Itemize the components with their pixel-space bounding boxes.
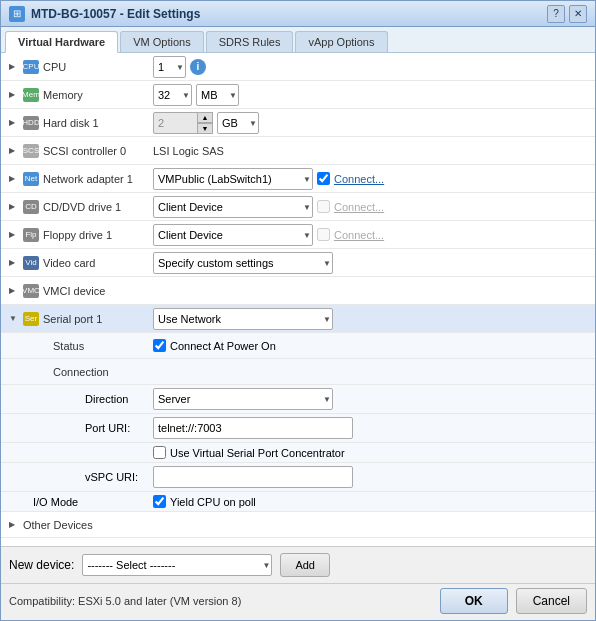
harddisk-unit-select[interactable]: GB TB: [217, 112, 259, 134]
memory-select[interactable]: 32: [153, 84, 192, 106]
floppy-connect-button[interactable]: Connect...: [334, 229, 384, 241]
harddisk-spin-down[interactable]: ▼: [197, 123, 213, 134]
harddisk-unit-wrapper: GB TB ▼: [217, 112, 259, 134]
network-adapter-select-wrapper: VMPublic (LabSwitch1) ▼: [153, 168, 313, 190]
serial-yield-checkbox[interactable]: [153, 495, 166, 508]
serial-port-expand-arrow[interactable]: ▼: [9, 314, 19, 324]
floppy-label: ▶ Flp Floppy drive 1: [5, 228, 153, 242]
cpu-info-icon[interactable]: i: [190, 59, 206, 75]
scsi-expand-arrow[interactable]: ▶: [9, 146, 19, 156]
harddisk-spinner-btns: ▲ ▼: [197, 112, 213, 134]
vmci-expand-arrow[interactable]: ▶: [9, 286, 19, 296]
videocard-expand-arrow[interactable]: ▶: [9, 258, 19, 268]
videocard-controls: Specify custom settings ▼: [153, 252, 591, 274]
title-bar: ⊞ MTD-BG-10057 - Edit Settings ? ✕: [1, 1, 595, 27]
memory-expand-arrow[interactable]: ▶: [9, 90, 19, 100]
floppy-expand-arrow[interactable]: ▶: [9, 230, 19, 240]
videocard-row: ▶ Vid Video card Specify custom settings…: [1, 249, 595, 277]
compatibility-text: Compatibility: ESXi 5.0 and later (VM ve…: [9, 595, 241, 607]
network-adapter-label-text: Network adapter 1: [43, 173, 133, 185]
harddisk-icon: HDD: [23, 116, 39, 130]
help-button[interactable]: ?: [547, 5, 565, 23]
tab-virtual-hardware[interactable]: Virtual Hardware: [5, 31, 118, 53]
serial-connect-text: Connect At Power On: [170, 340, 276, 352]
close-button[interactable]: ✕: [569, 5, 587, 23]
memory-unit-select[interactable]: MB GB: [196, 84, 239, 106]
window-icon: ⊞: [9, 6, 25, 22]
serial-port-uri-label: Port URI:: [5, 422, 153, 434]
other-devices-expand-arrow[interactable]: ▶: [9, 520, 19, 530]
network-adapter-expand-arrow[interactable]: ▶: [9, 174, 19, 184]
cpu-expand-arrow[interactable]: ▶: [9, 62, 19, 72]
new-device-row: New device: ------- Select ------- ▼ Add: [1, 547, 595, 584]
cpu-icon: CPU: [23, 60, 39, 74]
memory-unit-wrapper: MB GB ▼: [196, 84, 239, 106]
tab-vapp-options[interactable]: vApp Options: [295, 31, 387, 52]
serial-port-row: ▼ Ser Serial port 1 Use Network ▼: [1, 305, 595, 333]
harddisk-label: ▶ HDD Hard disk 1: [5, 116, 153, 130]
cddvd-label-text: CD/DVD drive 1: [43, 201, 121, 213]
cpu-label: ▶ CPU CPU: [5, 60, 153, 74]
serial-connect-checkbox[interactable]: [153, 339, 166, 352]
serial-vspc-uri-input[interactable]: [153, 466, 353, 488]
action-buttons: OK Cancel: [440, 588, 587, 614]
serial-yield-checkbox-label: Yield CPU on poll: [153, 495, 591, 508]
scsi-value: LSI Logic SAS: [153, 145, 224, 157]
network-adapter-connect-checkbox[interactable]: [317, 172, 330, 185]
vmci-row: ▶ VMC VMCI device: [1, 277, 595, 305]
videocard-label: ▶ Vid Video card: [5, 256, 153, 270]
serial-port-uri-input[interactable]: [153, 417, 353, 439]
serial-status-row: Status Connect At Power On: [1, 333, 595, 359]
footer-bar: Compatibility: ESXi 5.0 and later (VM ve…: [1, 584, 595, 620]
network-adapter-select[interactable]: VMPublic (LabSwitch1): [153, 168, 313, 190]
videocard-select[interactable]: Specify custom settings: [153, 252, 333, 274]
floppy-connect-checkbox[interactable]: [317, 228, 330, 241]
scsi-label: ▶ SCS SCSI controller 0: [5, 144, 153, 158]
cddvd-connect-button[interactable]: Connect...: [334, 201, 384, 213]
title-bar-right: ? ✕: [547, 5, 587, 23]
serial-direction-select[interactable]: Server Client: [153, 388, 333, 410]
cancel-button[interactable]: Cancel: [516, 588, 587, 614]
add-button[interactable]: Add: [280, 553, 330, 577]
harddisk-spin-up[interactable]: ▲: [197, 112, 213, 123]
cddvd-controls: Client Device ▼ Connect...: [153, 196, 591, 218]
serial-direction-select-wrapper: Server Client ▼: [153, 388, 333, 410]
new-device-select[interactable]: ------- Select -------: [82, 554, 272, 576]
network-adapter-connect-button[interactable]: Connect...: [334, 173, 384, 185]
edit-settings-window: ⊞ MTD-BG-10057 - Edit Settings ? ✕ Virtu…: [0, 0, 596, 621]
tab-vm-options[interactable]: VM Options: [120, 31, 203, 52]
cpu-controls: 1 ▼ i: [153, 56, 591, 78]
floppy-select[interactable]: Client Device: [153, 224, 313, 246]
floppy-label-text: Floppy drive 1: [43, 229, 112, 241]
serial-port-select[interactable]: Use Network: [153, 308, 333, 330]
cpu-select[interactable]: 1: [153, 56, 186, 78]
serial-yield-row: I/O Mode Yield CPU on poll: [1, 492, 595, 512]
serial-vspc-uri-controls: [153, 466, 591, 488]
serial-vspc-label: Use Virtual Serial Port Concentrator: [153, 446, 591, 459]
serial-vspc-uri-label: vSPC URI:: [5, 471, 153, 483]
serial-port-label: ▼ Ser Serial port 1: [5, 312, 153, 326]
serial-yield-controls: Yield CPU on poll: [153, 495, 591, 508]
memory-select-wrapper: 32 ▼: [153, 84, 192, 106]
serial-vspc-uri-row: vSPC URI:: [1, 463, 595, 492]
memory-row: ▶ Mem Memory 32 ▼ MB GB: [1, 81, 595, 109]
cddvd-expand-arrow[interactable]: ▶: [9, 202, 19, 212]
serial-yield-text: Yield CPU on poll: [170, 496, 256, 508]
floppy-controls: Client Device ▼ Connect...: [153, 224, 591, 246]
network-adapter-controls: VMPublic (LabSwitch1) ▼ Connect...: [153, 168, 591, 190]
tab-sdrs-rules[interactable]: SDRS Rules: [206, 31, 294, 52]
serial-port-icon: Ser: [23, 312, 39, 326]
serial-vspc-checkbox[interactable]: [153, 446, 166, 459]
scroll-area[interactable]: ▶ CPU CPU 1 ▼ i ▶: [1, 53, 595, 546]
serial-port-label-text: Serial port 1: [43, 313, 102, 325]
serial-port-select-wrapper: Use Network ▼: [153, 308, 333, 330]
ok-button[interactable]: OK: [440, 588, 508, 614]
harddisk-expand-arrow[interactable]: ▶: [9, 118, 19, 128]
scsi-row: ▶ SCS SCSI controller 0 LSI Logic SAS: [1, 137, 595, 165]
cddvd-select[interactable]: Client Device: [153, 196, 313, 218]
videocard-icon: Vid: [23, 256, 39, 270]
cddvd-connect-checkbox[interactable]: [317, 200, 330, 213]
serial-port-controls: Use Network ▼: [153, 308, 591, 330]
vmci-icon: VMC: [23, 284, 39, 298]
other-devices-row: ▶ Other Devices: [1, 512, 595, 538]
